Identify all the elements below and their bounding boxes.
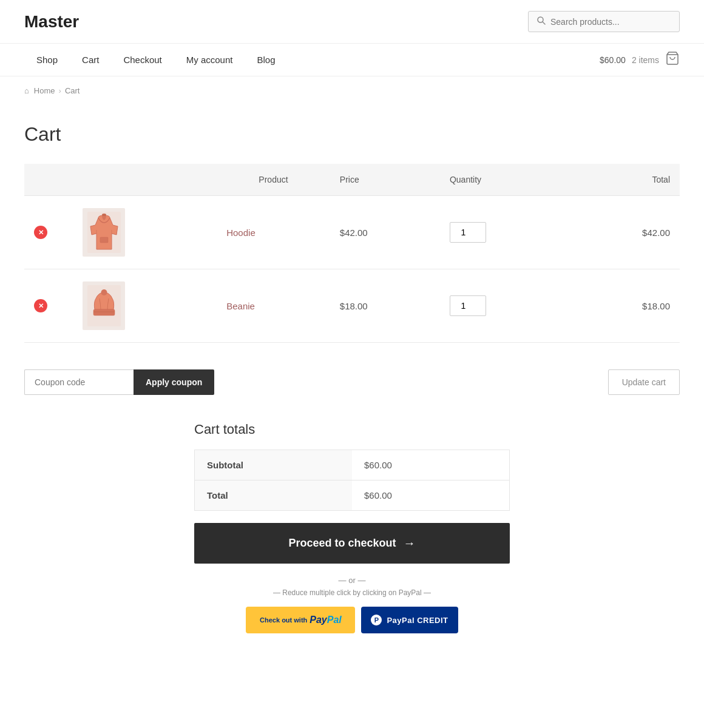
svg-rect-5 [100, 237, 108, 243]
qty-input-hoodie[interactable] [450, 222, 486, 243]
nav-link-shop[interactable]: Shop [24, 44, 70, 76]
breadcrumb-separator: › [59, 86, 61, 95]
coupon-row: Apply coupon Update cart [24, 361, 680, 403]
cart-table: Product Price Quantity Total [24, 164, 680, 343]
svg-line-1 [543, 22, 545, 24]
product-thumb-beanie [83, 281, 125, 330]
paypal-credit-button[interactable]: P PayPal CREDIT [361, 607, 458, 633]
site-header: Master [0, 0, 704, 44]
table-row: Hoodie $42.00 $42.00 [24, 196, 680, 269]
checkout-arrow-icon: → [404, 536, 416, 550]
proceed-to-checkout-button[interactable]: Proceed to checkout → [194, 523, 510, 564]
qty-input-beanie[interactable] [450, 295, 486, 316]
breadcrumb-home[interactable]: Home [34, 86, 55, 95]
cart-items-label: 2 items [632, 55, 659, 65]
totals-table: Subtotal $60.00 Total $60.00 [194, 450, 510, 511]
remove-cell-beanie [24, 269, 73, 343]
remove-icon-hoodie [34, 226, 47, 239]
thumb-cell-beanie [73, 269, 217, 343]
breadcrumb-current: Cart [65, 86, 80, 95]
col-header-product: Product [217, 164, 330, 196]
cart-totals-section: Cart totals Subtotal $60.00 Total $60.00… [194, 422, 510, 633]
total-label: Total [195, 480, 353, 511]
or-divider: — or — [194, 576, 510, 585]
paypal-checkout-button[interactable]: Check out with PayPal [246, 607, 355, 633]
paypal-pp-icon: P [371, 615, 382, 625]
thumb-cell-hoodie [73, 196, 217, 269]
product-thumb-hoodie [83, 208, 125, 257]
breadcrumb: ⌂ Home › Cart [0, 76, 704, 105]
paypal-credit-text: PayPal CREDIT [387, 616, 448, 625]
subtotal-label: Subtotal [195, 450, 353, 480]
product-link-hoodie[interactable]: Hoodie [226, 228, 256, 238]
nav-link-myaccount[interactable]: My account [174, 44, 245, 76]
coupon-input[interactable] [24, 369, 134, 395]
total-cell-beanie: $18.00 [570, 269, 680, 343]
name-cell-beanie: Beanie [217, 269, 330, 343]
svg-point-7 [101, 289, 107, 295]
product-link-beanie[interactable]: Beanie [226, 301, 255, 311]
col-header-remove [24, 164, 73, 196]
main-content: Cart Product Price Quantity Total [0, 105, 704, 670]
name-cell-hoodie: Hoodie [217, 196, 330, 269]
total-cell-hoodie: $42.00 [570, 196, 680, 269]
paypal-logo-checkout: Pay [310, 615, 327, 625]
paypal-logo-checkout2: Pal [327, 615, 342, 625]
col-header-thumb [73, 164, 217, 196]
subtotal-value: $60.00 [352, 450, 510, 480]
qty-cell-beanie [440, 269, 570, 343]
page-title: Cart [24, 123, 680, 146]
nav-link-blog[interactable]: Blog [245, 44, 287, 76]
cart-totals-title: Cart totals [194, 422, 510, 437]
home-icon: ⌂ [24, 86, 29, 95]
cart-amount: $60.00 [600, 55, 626, 65]
search-icon [537, 16, 546, 27]
price-cell-hoodie: $42.00 [330, 196, 440, 269]
coupon-left: Apply coupon [24, 369, 214, 395]
remove-button-beanie[interactable] [34, 299, 47, 312]
col-header-price: Price [330, 164, 440, 196]
basket-icon[interactable] [665, 51, 680, 69]
site-logo: Master [24, 12, 79, 32]
nav-links: Shop Cart Checkout My account Blog [24, 44, 288, 76]
paypal-buttons: Check out with PayPal P PayPal CREDIT [194, 607, 510, 633]
paypal-note: — Reduce multiple click by clicking on P… [194, 588, 510, 597]
paypal-checkout-text: Check out with [260, 616, 307, 624]
nav-link-checkout[interactable]: Checkout [111, 44, 174, 76]
total-value: $60.00 [352, 480, 510, 511]
table-row: Beanie $18.00 $18.00 [24, 269, 680, 343]
apply-coupon-button[interactable]: Apply coupon [134, 369, 214, 395]
col-header-quantity: Quantity [440, 164, 570, 196]
remove-cell-hoodie [24, 196, 73, 269]
search-input[interactable] [550, 17, 671, 27]
remove-icon-beanie [34, 299, 47, 312]
update-cart-button[interactable]: Update cart [608, 369, 680, 395]
col-header-total: Total [570, 164, 680, 196]
qty-cell-hoodie [440, 196, 570, 269]
price-cell-beanie: $18.00 [330, 269, 440, 343]
search-bar [528, 11, 680, 32]
checkout-label: Proceed to checkout [288, 537, 396, 550]
nav-link-cart[interactable]: Cart [70, 44, 111, 76]
svg-point-4 [102, 214, 106, 216]
svg-rect-8 [93, 309, 115, 315]
site-nav: Shop Cart Checkout My account Blog $60.0… [0, 44, 704, 76]
remove-button-hoodie[interactable] [34, 226, 47, 239]
cart-info: $60.00 2 items [600, 51, 680, 69]
